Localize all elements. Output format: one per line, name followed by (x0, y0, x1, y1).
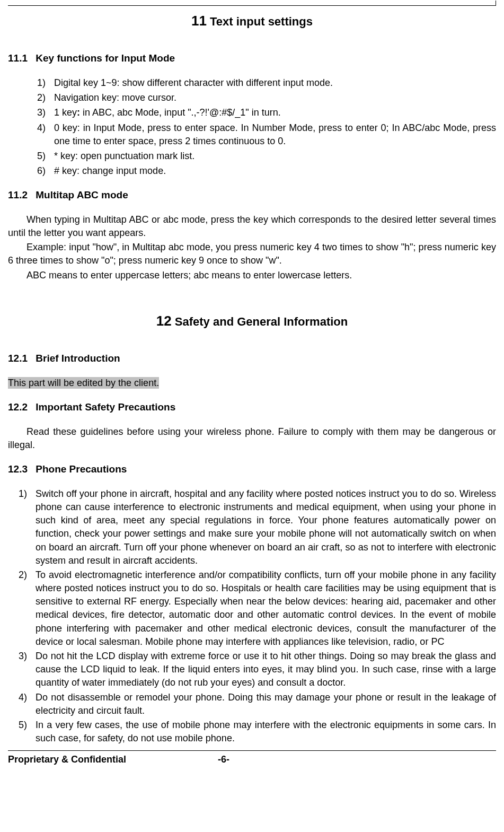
section-12-1-body: This part will be edited by the client. (8, 376, 496, 390)
section-11-2-body: When typing in Multitap ABC or abc mode,… (8, 213, 496, 282)
section-12-1-number: 12.1 (8, 353, 28, 364)
highlighted-text: This part will be edited by the client. (8, 377, 159, 389)
footer-page-number: -6- (218, 753, 267, 766)
section-11-1-heading: 11.1 Key functions for Input Mode (8, 51, 496, 66)
chapter-11-text: Text input settings (210, 15, 313, 28)
item-text-suffix: in ABC, abc Mode, input ".,-?!'@:#$/_1" … (80, 107, 281, 118)
item-text: Do not hit the LCD display with extreme … (36, 650, 496, 690)
list-item: 5) * key: open punctuation mark list. (37, 150, 496, 163)
section-12-3-heading: 12.3 Phone Precautions (8, 462, 496, 477)
section-11-2-number: 11.2 (8, 189, 28, 200)
list-item: 3) Do not hit the LCD display with extre… (19, 650, 496, 690)
section-11-1-number: 11.1 (8, 52, 28, 64)
section-11-2-heading: 11.2 Multitap ABC mode (8, 188, 496, 203)
section-12-2-heading: 12.2 Important Safety Precautions (8, 400, 496, 415)
item-text: To avoid electromagnetic interference an… (36, 568, 496, 649)
section-12-1-title: Brief Introduction (36, 353, 120, 364)
item-text: Do not disassemble or remodel your phone… (36, 691, 496, 717)
item-text: Digital key 1~9: show different characte… (54, 76, 496, 90)
section-12-2-body: Read these guidelines before using your … (8, 425, 496, 452)
item-number: 4) (19, 691, 36, 717)
list-item: 4) 0 key: in Input Mode, press to enter … (37, 121, 496, 148)
list-item: 1) Digital key 1~9: show different chara… (37, 76, 496, 90)
item-number: 1) (19, 487, 36, 567)
item-text: # key: change input mode. (54, 164, 496, 178)
paragraph: Read these guidelines before using your … (8, 425, 496, 452)
list-item: 1) Switch off your phone in aircraft, ho… (19, 487, 496, 567)
section-11-1-title: Key functions for Input Mode (36, 52, 175, 64)
item-number: 3) (19, 650, 36, 690)
item-text: In a very few cases, the use of mobile p… (36, 719, 496, 745)
chapter-12-text: Safety and General Information (175, 315, 348, 328)
section-12-3-title: Phone Precautions (36, 463, 127, 475)
item-number: 3) (37, 106, 54, 119)
list-item: 6) # key: change input mode. (37, 164, 496, 178)
paragraph: ABC means to enter uppercase letters; ab… (8, 269, 496, 282)
item-text: 1 key: in ABC, abc Mode, input ".,-?!'@:… (54, 106, 496, 119)
footer-left-text: Proprietary & Confidential (8, 753, 218, 766)
chapter-11-title: 11 Text input settings (8, 11, 496, 30)
item-text: * key: open punctuation mark list. (54, 150, 496, 163)
list-item: 4) Do not disassemble or remodel your ph… (19, 691, 496, 717)
item-number: 2) (19, 568, 36, 649)
section-12-3-list: 1) Switch off your phone in aircraft, ho… (19, 487, 496, 746)
item-number: 1) (37, 76, 54, 90)
item-number: 5) (37, 150, 54, 163)
section-11-1-list: 1) Digital key 1~9: show different chara… (37, 76, 496, 178)
section-12-3-number: 12.3 (8, 463, 28, 475)
paragraph: Example: input "how", in Multitap abc mo… (8, 241, 496, 267)
page-footer: Proprietary & Confidential -6- (8, 753, 496, 766)
item-number: 4) (37, 121, 54, 148)
item-number: 6) (37, 164, 54, 178)
chapter-12-number: 12 (156, 313, 172, 329)
section-12-2-number: 12.2 (8, 401, 28, 413)
item-number: 2) (37, 91, 54, 104)
section-12-2-title: Important Safety Precautions (36, 401, 175, 413)
item-text: Navigation key: move cursor. (54, 91, 496, 104)
paragraph: When typing in Multitap ABC or abc mode,… (8, 213, 496, 240)
top-border (8, 5, 496, 6)
list-item: 2) Navigation key: move cursor. (37, 91, 496, 104)
item-text: Switch off your phone in aircraft, hospi… (36, 487, 496, 567)
section-11-2-title: Multitap ABC mode (36, 189, 128, 200)
chapter-12-title: 12 Safety and General Information (8, 311, 496, 330)
footer-border (8, 750, 496, 751)
list-item: 5) In a very few cases, the use of mobil… (19, 719, 496, 745)
list-item: 2) To avoid electromagnetic interference… (19, 568, 496, 649)
item-text-prefix: 1 key (54, 107, 77, 118)
item-number: 5) (19, 719, 36, 745)
item-text: 0 key: in Input Mode, press to enter spa… (54, 121, 496, 148)
list-item: 3) 1 key: in ABC, abc Mode, input ".,-?!… (37, 106, 496, 119)
section-12-1-heading: 12.1 Brief Introduction (8, 352, 496, 366)
chapter-11-number: 11 (191, 13, 207, 29)
